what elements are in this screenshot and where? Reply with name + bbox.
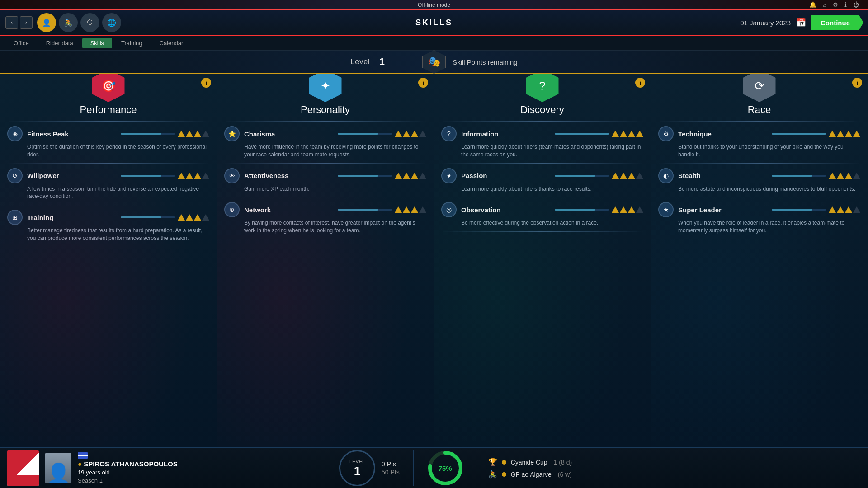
tri3	[194, 173, 201, 179]
skill-points-label: Skill Points remaining	[453, 58, 517, 66]
nav-title: SKILLS	[415, 18, 453, 28]
rider-name-dot: ●	[78, 460, 84, 468]
tri2	[186, 214, 193, 221]
tab-skills[interactable]: Skills	[82, 38, 112, 48]
nav-team-icon[interactable]: 🚴	[59, 13, 78, 32]
card-discovery-header: ? Discovery i	[434, 74, 651, 116]
performance-info-btn[interactable]: i	[201, 78, 211, 88]
tri1	[829, 131, 836, 137]
home-icon[interactable]: ⌂	[823, 1, 826, 8]
tri1	[829, 173, 836, 179]
info-icon[interactable]: ℹ	[844, 1, 847, 8]
race-algarve-name: GP ao Algarve	[511, 471, 552, 478]
rider-info: ● SPIROS ATHANASOPOULOS 19 years old Sea…	[78, 452, 178, 484]
passion-bars	[555, 173, 643, 179]
main-content: 🎯 Performance i ◈ Fitness Peak O	[0, 74, 868, 447]
divider	[441, 121, 643, 122]
tri2	[837, 131, 844, 137]
information-name: Information	[461, 130, 550, 138]
gear-icon[interactable]: ⚙	[833, 1, 838, 8]
network-desc: By having more contacts of interest, hav…	[224, 219, 426, 235]
divider	[224, 121, 426, 122]
nav-forward-button[interactable]: ›	[20, 16, 33, 29]
nav-right: 01 January 2023 📅 Continue	[740, 15, 863, 30]
tri4	[419, 173, 426, 179]
skill-fitness-peak: ◈ Fitness Peak Optimise the duration of …	[0, 123, 217, 161]
tab-office[interactable]: Office	[5, 38, 37, 48]
technique-bars	[772, 131, 860, 137]
tab-rider-data[interactable]: Rider data	[38, 38, 81, 48]
information-bars	[555, 131, 643, 137]
tri3	[628, 173, 635, 179]
willpower-bars	[121, 173, 209, 179]
skill-passion: ♥ Passion Learn more quickly about rider…	[434, 165, 651, 196]
tri4	[419, 131, 426, 137]
rider-name: ● SPIROS ATHANASOPOULOS	[78, 460, 178, 468]
tri3	[628, 131, 635, 137]
willpower-name: Willpower	[27, 172, 116, 179]
tri4	[636, 173, 643, 179]
nav-back-button[interactable]: ‹	[5, 16, 18, 29]
rider-badge: 🎭	[422, 50, 446, 74]
calendar-icon[interactable]: 📅	[796, 18, 806, 28]
training-desc: Better manage tiredness that results fro…	[7, 227, 209, 242]
tri1	[178, 214, 185, 221]
divider	[658, 197, 860, 197]
super-leader-name: Super Leader	[678, 206, 767, 214]
tri2	[186, 131, 193, 137]
race-cyanide-detail: 1 (8 d)	[554, 459, 572, 466]
power-icon[interactable]: ⏻	[853, 1, 859, 8]
skill-charisma: ⭐ Charisma Have more influence in the te…	[217, 123, 434, 161]
card-race-header: ⟳ Race i	[651, 74, 868, 116]
charisma-bars	[338, 131, 426, 137]
charisma-name: Charisma	[244, 130, 333, 138]
tri4	[202, 173, 209, 179]
nav-clock-icon[interactable]: ⏱	[80, 13, 99, 32]
tri3	[194, 131, 201, 137]
race-info-btn[interactable]: i	[852, 78, 862, 88]
tri2	[620, 131, 627, 137]
top-bar: Off-line mode 🔔 ⌂ ⚙ ℹ ⏻	[0, 0, 868, 10]
training-bars	[121, 214, 209, 221]
stealth-bars	[772, 173, 860, 179]
observation-desc: Be more effective during the observation…	[441, 219, 643, 227]
rider-section: 👤 ● SPIROS ATHANASOPOULOS 19 years old S…	[0, 450, 326, 486]
progress-ring: 75%	[427, 450, 463, 486]
tab-training[interactable]: Training	[113, 38, 150, 48]
bell-icon[interactable]: 🔔	[809, 1, 816, 8]
tri4	[636, 131, 643, 137]
trophy-icon: 🏆	[488, 458, 497, 466]
level-circle: Level 1	[339, 450, 375, 486]
nav-rider-icon[interactable]: 👤	[37, 13, 56, 32]
discovery-info-btn[interactable]: i	[635, 78, 645, 88]
tri3	[411, 131, 418, 137]
nav-globe-icon[interactable]: 🌐	[102, 13, 121, 32]
tab-calendar[interactable]: Calendar	[151, 38, 192, 48]
top-bar-icons: 🔔 ⌂ ⚙ ℹ ⏻	[809, 1, 859, 8]
divider	[441, 231, 643, 232]
tri4	[853, 131, 860, 137]
date-display: 01 January 2023	[740, 19, 791, 27]
divider	[658, 239, 860, 239]
tri2	[620, 173, 627, 179]
skill-super-leader: ★ Super Leader When you have the role of…	[651, 199, 868, 237]
information-desc: Learn more quickly about riders (team-ma…	[441, 143, 643, 159]
continue-button[interactable]: Continue	[811, 15, 863, 30]
progress-pct-label: 75%	[439, 465, 452, 472]
tri1	[395, 206, 402, 213]
personality-hexagon: ✦	[309, 74, 342, 102]
technique-icon: ⚙	[658, 126, 674, 141]
rider-age: 19 years old	[78, 469, 178, 476]
attentiveness-icon: 👁	[224, 168, 240, 183]
level-value: 1	[379, 56, 385, 68]
super-leader-bars	[772, 206, 860, 213]
performance-title: Performance	[80, 104, 137, 116]
race-algarve-detail: (6 w)	[558, 471, 572, 478]
stealth-desc: Be more astute and inconspicuous during …	[658, 185, 860, 193]
race-dot-yellow	[502, 460, 506, 465]
tri4	[202, 131, 209, 137]
tri2	[403, 131, 410, 137]
fitness-peak-icon: ◈	[7, 126, 23, 141]
passion-name: Passion	[461, 172, 550, 179]
personality-info-btn[interactable]: i	[418, 78, 428, 88]
